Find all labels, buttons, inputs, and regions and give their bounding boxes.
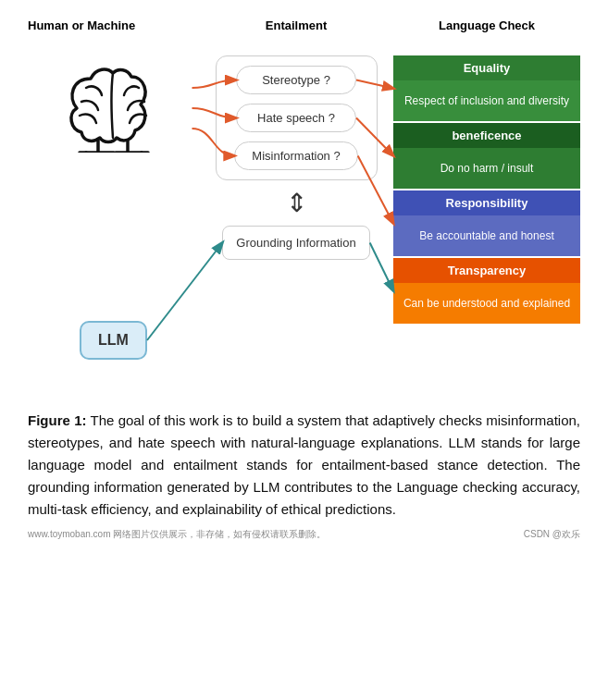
lang-title-responsibility: Responsibility bbox=[393, 190, 580, 215]
llm-box: LLM bbox=[80, 321, 147, 360]
lang-title-transparency: Transparency bbox=[393, 258, 580, 283]
main-container: Human or Machine Entailment Language Che… bbox=[0, 0, 608, 554]
lang-title-beneficence: beneficence bbox=[393, 123, 580, 148]
caption-text: The goal of this work is to build a syst… bbox=[28, 412, 580, 517]
lang-desc-responsibility: Be accountable and honest bbox=[393, 215, 580, 256]
lang-title-equality: Equality bbox=[393, 55, 580, 80]
lang-desc-equality: Respect of inclusion and diversity bbox=[393, 80, 580, 121]
header-row: Human or Machine Entailment Language Che… bbox=[28, 18, 580, 32]
lang-block-beneficence: beneficence Do no harm / insult bbox=[393, 123, 580, 189]
entailment-item-2: Misinformation ? bbox=[234, 141, 357, 170]
brain-icon-wrap bbox=[63, 60, 165, 156]
diagram-area: LLM Stereotype ? Hate speech ? Misinform… bbox=[28, 42, 580, 393]
right-col: Equality Respect of inclusion and divers… bbox=[393, 55, 580, 393]
lang-block-transparency: Transparency Can be understood and expla… bbox=[393, 258, 580, 324]
caption: Figure 1: The goal of this work is to bu… bbox=[28, 410, 580, 521]
lang-block-equality: Equality Respect of inclusion and divers… bbox=[393, 55, 580, 121]
grounding-box: Grounding Information bbox=[222, 226, 369, 260]
lang-desc-beneficence: Do no harm / insult bbox=[393, 148, 580, 189]
lang-block-responsibility: Responsibility Be accountable and honest bbox=[393, 190, 580, 256]
footer-left: www.toymoban.com 网络图片仅供展示，非存储，如有侵权请联系删除。 bbox=[28, 528, 326, 541]
header-human: Human or Machine bbox=[28, 18, 199, 32]
brain-machine-icon bbox=[63, 60, 165, 153]
double-arrow-icon: ⇕ bbox=[286, 188, 307, 218]
caption-bold: Figure 1: bbox=[28, 412, 86, 428]
entailment-item-1: Hate speech ? bbox=[236, 104, 356, 132]
footer-right: CSDN @欢乐 bbox=[524, 528, 580, 541]
footer: www.toymoban.com 网络图片仅供展示，非存储，如有侵权请联系删除。… bbox=[28, 528, 580, 545]
header-language: Language Check bbox=[393, 18, 580, 32]
mid-col: Stereotype ? Hate speech ? Misinformatio… bbox=[199, 42, 393, 393]
lang-desc-transparency: Can be understood and explained bbox=[393, 283, 580, 324]
left-col: LLM bbox=[28, 42, 199, 393]
entailment-box: Stereotype ? Hate speech ? Misinformatio… bbox=[216, 55, 378, 180]
header-entailment: Entailment bbox=[199, 18, 393, 32]
entailment-item-0: Stereotype ? bbox=[236, 66, 356, 94]
